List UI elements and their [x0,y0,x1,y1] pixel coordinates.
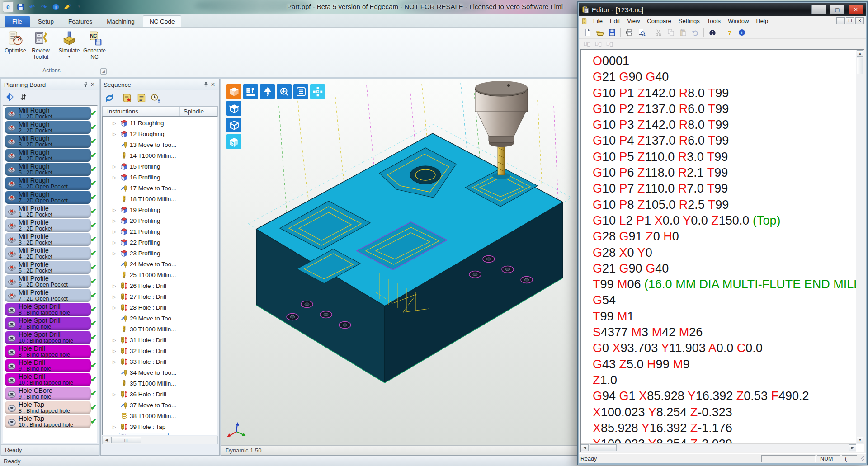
sequence-instruction[interactable]: ▷22 Profiling [103,237,217,248]
measure-help-button[interactable]: ? [62,2,72,12]
tool-display-button[interactable] [260,84,275,99]
planning-board-item[interactable]: Mill Profile7 : 2D Open Pocket✔ [5,289,91,302]
find-button[interactable] [707,27,718,38]
print-preview-button[interactable] [636,27,647,38]
sequence-hscrollbar[interactable]: ◀ ||| [102,436,218,444]
menu-item-file[interactable]: File [590,17,606,25]
sequence-instruction[interactable]: 29 Move to Too... [103,313,217,324]
scroll-left-arrow[interactable]: ◀ [581,444,589,451]
expand-arrow-icon[interactable]: ▷ [113,121,119,126]
tab-nc-code[interactable]: NC Code [143,15,182,27]
planning-board-item[interactable]: Hole Spot Drill9 : Blind hole✔ [5,317,91,330]
stock-view-button[interactable] [226,101,241,116]
scroll-left-arrow[interactable]: ◀ [103,437,110,443]
expand-arrow-icon[interactable]: ▷ [113,305,119,310]
copy-button[interactable] [665,27,676,38]
planning-board-item[interactable]: Mill Profile4 : 2D Pocket✔ [5,247,91,260]
planning-board-item[interactable]: Hole Spot Drill8 : Blind tapped hole✔ [5,303,91,316]
planning-board-item[interactable]: Mill Rough1 : 2D Pocket✔ [5,107,91,120]
cycle-time-button[interactable] [150,92,162,104]
planning-board-item[interactable]: Hole CBore9 : Blind hole✔ [5,387,91,400]
menu-item-view[interactable]: View [623,17,643,25]
planning-board-item[interactable]: Mill Profile1 : 2D Pocket✔ [5,205,91,218]
expand-arrow-icon[interactable]: ▷ [113,164,119,169]
scroll-down-arrow[interactable]: ▼ [857,437,863,443]
sequence-instruction[interactable]: ▷31 Hole : Drill [103,334,217,345]
expand-arrow-icon[interactable]: ▷ [113,424,119,429]
sequence-instruction[interactable]: ▷40 Hole : Tap [103,432,217,435]
menu-item-tools[interactable]: Tools [703,17,724,25]
editor-titlebar[interactable]: Editor - [1234.nc] — ▢ ✕ [579,3,866,16]
sequence-report-list-button[interactable] [136,92,147,104]
expand-arrow-icon[interactable]: ▷ [113,240,119,245]
menu-item-compare[interactable]: Compare [643,17,675,25]
instructions-column-header[interactable]: Instructions [103,108,179,115]
planning-board-item[interactable]: Hole Drill10 : Blind tapped hole✔ [5,373,91,386]
planning-board-item[interactable]: Mill Rough7 : 2D Open Pocket✔ [5,191,91,204]
sequence-instruction[interactable]: 14 T1000 Millin... [103,150,217,161]
scrollbar-thumb[interactable] [590,444,617,451]
planning-board-item[interactable]: Mill Rough6 : 2D Open Pocket✔ [5,177,91,190]
sequence-instruction[interactable]: ▷33 Hole : Drill [103,356,217,367]
spindle-column-header[interactable]: Spindle [180,108,204,115]
grid-button[interactable] [310,84,325,99]
planning-board-item[interactable]: Hole Drill8 : Blind tapped hole✔ [5,345,91,358]
menu-item-window[interactable]: Window [724,17,752,25]
pin-icon[interactable] [82,81,89,88]
expand-arrow-icon[interactable]: ▷ [113,251,119,256]
pin-icon[interactable] [202,81,209,88]
scroll-up-arrow[interactable]: ▲ [857,50,863,57]
menu-item-settings[interactable]: Settings [675,17,703,25]
sequence-instruction[interactable]: ▷16 Profiling [103,172,217,183]
close-button[interactable]: ✕ [849,5,863,14]
sequence-instruction[interactable]: ▷26 Hole : Drill [103,280,217,291]
expand-arrow-icon[interactable]: ▷ [113,229,119,234]
sequence-instruction[interactable]: ▷23 Profiling [103,248,217,259]
sequence-instruction[interactable]: ▷27 Hole : Drill [103,291,217,302]
sequence-instruction[interactable]: ▷11 Roughing [103,118,217,128]
sequence-instruction[interactable]: ▷28 Hole : Drill [103,302,217,313]
expand-arrow-icon[interactable]: ▷ [113,132,119,137]
expand-arrow-icon[interactable]: ▷ [113,218,119,223]
planning-board-item[interactable]: Hole Tap10 : Blind tapped hole✔ [5,415,91,428]
tab-setup[interactable]: Setup [32,16,60,27]
planning-board-item[interactable]: Mill Profile2 : 2D Pocket✔ [5,219,91,232]
view-cube-button[interactable] [226,84,241,99]
compare-files-button[interactable] [582,39,592,48]
menu-item-edit[interactable]: Edit [606,17,623,25]
tab-machining[interactable]: Machining [100,16,141,27]
sequence-instruction[interactable]: 17 Move to Too... [103,183,217,193]
scrollbar-thumb[interactable] [857,58,863,74]
sequence-instruction[interactable]: ▷21 Profiling [103,226,217,237]
expand-arrow-icon[interactable]: ▷ [113,283,119,288]
sequence-report-star-button[interactable] [121,92,133,104]
machine-setup-button[interactable] [243,84,258,99]
planning-board-item[interactable]: Mill Profile3 : 2D Pocket✔ [5,233,91,246]
sequence-instruction[interactable]: ▷36 Hole : Drill [103,389,217,400]
sort-button[interactable] [19,93,28,103]
sequence-instruction[interactable]: ▷15 Profiling [103,161,217,172]
help-button[interactable]: ? [724,27,735,38]
mdi-minimize-button[interactable]: – [836,17,845,24]
planning-board-item[interactable]: Mill Rough4 : 2D Pocket✔ [5,149,91,162]
resize-grip[interactable] [859,456,864,461]
sequence-instruction[interactable]: 35 T1000 Millin... [103,378,217,389]
expand-arrow-icon[interactable]: ▷ [113,392,119,397]
planning-board-item[interactable]: Hole Tap8 : Blind tapped hole✔ [5,401,91,414]
sequence-instruction[interactable]: 25 T1000 Millin... [103,269,217,280]
scroll-right-arrow[interactable]: ▶ [849,444,856,451]
planning-board-item[interactable]: Hole Drill9 : Blind hole✔ [5,359,91,372]
undo-button[interactable] [689,27,701,38]
menu-item-help[interactable]: Help [752,17,772,25]
mdi-restore-button[interactable]: ❐ [846,17,854,24]
expand-arrow-icon[interactable]: ▷ [113,338,119,343]
expand-arrow-icon[interactable]: ▷ [113,348,119,353]
expand-arrow-icon[interactable]: ▷ [113,294,119,299]
tab-features[interactable]: Features [62,16,99,27]
scrollbar-thumb[interactable]: ||| [111,437,141,443]
undo-button[interactable]: ↶ [27,2,37,12]
sequence-instruction[interactable]: ▷32 Hole : Drill [103,345,217,356]
editor-vscrollbar[interactable]: ▲ ▼ [856,50,864,444]
editor-hscrollbar[interactable]: ◀ ▶ [581,443,856,452]
flip-view-button[interactable] [5,92,14,104]
